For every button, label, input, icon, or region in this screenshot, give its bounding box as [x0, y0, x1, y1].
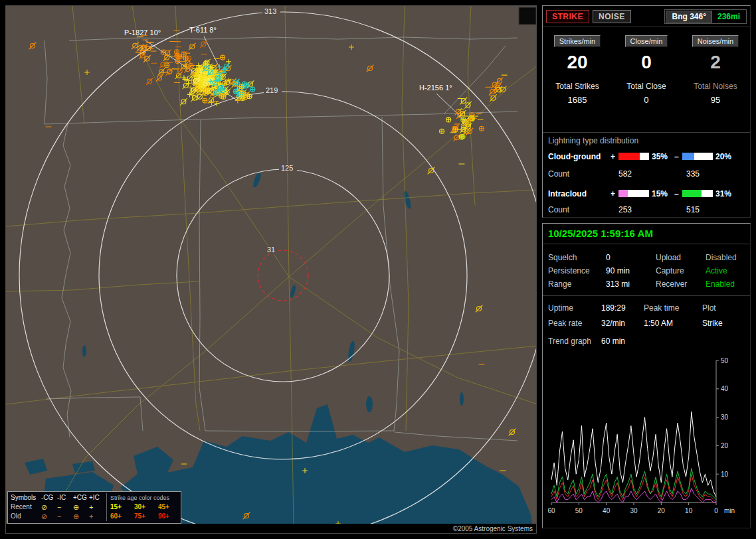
persistence-label: Persistence	[548, 266, 590, 275]
count-label: Count	[548, 169, 569, 179]
svg-text:50: 50	[575, 507, 583, 514]
copyright-text: ©2005 Astrogenic Systems	[453, 525, 533, 532]
svg-text:40: 40	[721, 385, 729, 392]
close-per-min-button[interactable]: Close/min	[625, 35, 668, 47]
lightning-map[interactable]: 31321912531P-1827 10°T-611 8°H-2156 1° S…	[5, 5, 537, 534]
uptime-value: 189:29	[601, 303, 626, 313]
noise-button[interactable]: NOISE	[593, 10, 631, 23]
svg-text:313: 313	[264, 7, 276, 15]
plus-sign: +	[611, 152, 615, 161]
svg-text:min: min	[724, 507, 735, 514]
map-legend: Symbols -CG -IC +CG +IC Strike age color…	[7, 491, 181, 524]
total-noises-value: 95	[681, 95, 750, 105]
legend-row-old-label: Old	[11, 512, 41, 521]
peak-time-label: Peak time	[644, 303, 679, 313]
divider	[543, 295, 750, 296]
age-60-label: 60+	[106, 512, 130, 521]
recent-neg-cg-icon: ⊘	[41, 502, 57, 512]
legend-col-pic: +IC	[89, 493, 106, 502]
mode-toolbar: STRIKE NOISE Bng 346° 236mi	[543, 6, 750, 27]
old-neg-cg-icon: ⊘	[41, 512, 57, 521]
plus-sign: +	[611, 189, 615, 198]
pos-ic-count: 253	[618, 205, 632, 214]
strikes-per-min-value: 20	[543, 52, 612, 72]
count-label: Count	[548, 205, 569, 214]
total-close-label: Total Close	[612, 82, 681, 91]
svg-text:10: 10	[685, 507, 693, 514]
age-45-label: 45+	[154, 502, 178, 512]
persistence-value: 90 min	[606, 266, 630, 275]
map-canvas[interactable]: 31321912531P-1827 10°T-611 8°H-2156 1°	[6, 6, 537, 534]
bearing-label: Bng 346°	[666, 11, 711, 23]
pos-cg-pct: 35%	[652, 152, 668, 161]
receiver-label: Receiver	[656, 279, 687, 289]
total-noises-label: Total Noises	[681, 82, 750, 91]
recent-neg-ic-icon: −	[57, 502, 73, 512]
svg-text:30: 30	[630, 507, 638, 514]
peak-rate-value: 32/min	[601, 319, 625, 328]
strikes-per-min-button[interactable]: Strikes/min	[554, 35, 601, 47]
neg-ic-pct: 31%	[715, 189, 731, 198]
noises-column: Noises/min 2 Total Noises 95	[681, 35, 750, 105]
bearing-distance: 236mi	[712, 11, 745, 22]
pos-ic-bar	[618, 190, 649, 197]
pos-cg-count: 582	[618, 169, 632, 179]
neg-cg-bar	[682, 153, 713, 160]
upload-status: Disabled	[706, 253, 737, 262]
svg-text:30: 30	[721, 414, 729, 421]
total-close-value: 0	[612, 95, 681, 105]
pos-ic-pct: 15%	[652, 189, 668, 198]
recent-pos-ic-icon: +	[89, 502, 106, 512]
svg-text:219: 219	[266, 86, 278, 94]
age-15-label: 15+	[106, 502, 130, 512]
stats-panel: STRIKE NOISE Bng 346° 236mi Strikes/min …	[542, 5, 751, 218]
svg-text:20: 20	[721, 442, 729, 449]
svg-text:H-2156 1°: H-2156 1°	[419, 84, 452, 92]
plot-label: Plot	[702, 303, 716, 313]
svg-text:31: 31	[267, 246, 275, 254]
squelch-value: 0	[606, 253, 611, 262]
legend-symbols-header: Symbols	[11, 493, 41, 502]
legend-col-ncg: -CG	[41, 493, 57, 502]
svg-text:0: 0	[714, 507, 718, 514]
intracloud-row: Intracloud + 15% – 31%	[543, 189, 750, 198]
intracloud-count-row: Count 253 515	[543, 205, 750, 214]
trend-chart: 10203040506050403020100min	[545, 352, 749, 525]
neg-ic-count: 515	[686, 205, 700, 214]
svg-text:50: 50	[721, 357, 729, 364]
neg-cg-pct: 20%	[715, 152, 731, 161]
status-panel: 10/25/2025 1:59:16 AM Squelch 0 Upload D…	[542, 223, 751, 528]
old-neg-ic-icon: −	[57, 512, 73, 521]
uptime-label: Uptime	[548, 303, 573, 313]
range-label: Range	[548, 279, 571, 289]
svg-text:10: 10	[721, 471, 729, 478]
datetime-display: 10/25/2025 1:59:16 AM	[548, 228, 653, 239]
age-75-label: 75+	[130, 512, 154, 521]
intracloud-label: Intracloud	[548, 189, 587, 198]
total-strikes-label: Total Strikes	[543, 82, 612, 91]
trend-graph-window: 60 min	[601, 337, 625, 346]
age-30-label: 30+	[130, 502, 154, 512]
map-bottom-bar: ©2005 Astrogenic Systems	[6, 524, 536, 533]
svg-text:T-611 8°: T-611 8°	[189, 26, 217, 34]
total-strikes-value: 1685	[543, 95, 612, 105]
range-value: 313 mi	[606, 279, 630, 289]
squelch-label: Squelch	[548, 253, 577, 262]
age-90-label: 90+	[154, 512, 178, 521]
strike-button[interactable]: STRIKE	[546, 10, 589, 23]
divider	[543, 132, 750, 133]
app-window: 31321912531P-1827 10°T-611 8°H-2156 1° S…	[0, 0, 756, 539]
capture-status: Active	[706, 266, 727, 275]
noises-per-min-button[interactable]: Noises/min	[692, 35, 739, 47]
old-pos-ic-icon: +	[89, 512, 106, 521]
peak-time-value: 1:50 AM	[644, 319, 673, 328]
svg-text:125: 125	[281, 164, 293, 172]
old-pos-cg-icon: ⊕	[73, 512, 89, 521]
distribution-title: Lightning type distribution	[548, 136, 638, 145]
svg-text:60: 60	[547, 507, 555, 514]
neg-cg-count: 335	[686, 169, 700, 179]
plot-value: Strike	[702, 319, 723, 328]
legend-col-pcg: +CG	[73, 493, 89, 502]
cloud-ground-row: Cloud-ground + 35% – 20%	[543, 152, 750, 161]
minus-sign: –	[674, 189, 679, 198]
